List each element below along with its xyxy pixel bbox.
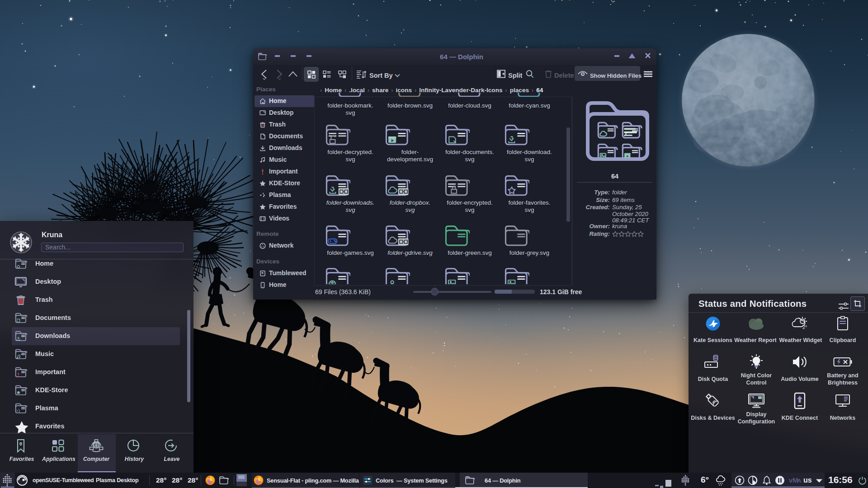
svg-text:2°: 2° <box>802 324 807 330</box>
